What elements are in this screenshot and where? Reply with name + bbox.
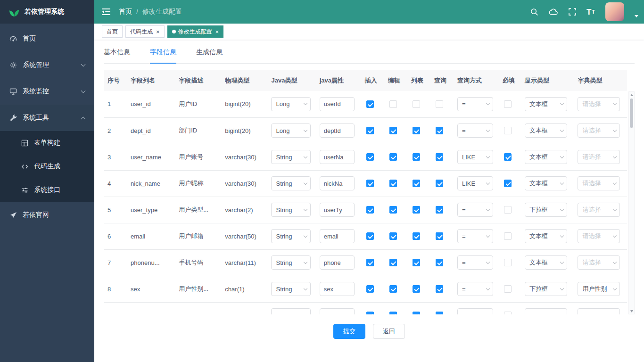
edit-checkbox[interactable] [389, 232, 397, 240]
required-checkbox[interactable] [504, 312, 512, 314]
query-checkbox[interactable] [436, 127, 443, 134]
fullscreen-icon[interactable] [569, 8, 576, 16]
sidebar-item-code-generation[interactable]: 代码生成 [0, 155, 94, 178]
insert-checkbox[interactable] [366, 100, 374, 108]
query-type-select[interactable]: = [457, 255, 493, 270]
dict-type-select[interactable]: 请选择 [578, 203, 620, 217]
tag-home[interactable]: 首页 [102, 25, 123, 38]
query-checkbox[interactable] [436, 206, 443, 214]
java-type-select[interactable]: Long [271, 97, 311, 111]
scroll-down-arrow-icon[interactable] [629, 308, 634, 314]
edit-checkbox[interactable] [389, 206, 397, 214]
query-type-select[interactable]: = [457, 123, 493, 138]
query-type-select[interactable]: = [457, 97, 493, 111]
back-button[interactable]: 返回 [373, 324, 405, 339]
java-field-input[interactable]: userNa [320, 150, 355, 164]
java-field-input[interactable]: userTy [320, 203, 355, 217]
html-type-select[interactable]: 文本框 [525, 176, 567, 190]
insert-checkbox[interactable] [366, 285, 374, 293]
dict-type-select[interactable]: 请选择 [578, 97, 620, 111]
html-type-select[interactable]: 文本框 [525, 123, 567, 138]
scroll-up-arrow-icon[interactable] [629, 92, 634, 98]
html-type-select[interactable]: 文本框 [525, 150, 567, 164]
required-checkbox[interactable] [504, 259, 512, 266]
font-size-icon[interactable]: T T [586, 8, 595, 16]
sidebar-toggle-icon[interactable] [102, 8, 110, 16]
edit-checkbox[interactable] [389, 180, 397, 187]
html-type-select[interactable]: 下拉框 [525, 282, 567, 296]
edit-checkbox[interactable] [389, 153, 397, 161]
tab-generate-info[interactable]: 生成信息 [196, 48, 223, 64]
java-field-input[interactable]: sex [320, 282, 355, 296]
java-field-input[interactable]: email [320, 229, 355, 243]
java-type-select[interactable]: String [271, 282, 311, 296]
list-checkbox[interactable] [413, 153, 420, 161]
insert-checkbox[interactable] [366, 259, 374, 266]
edit-checkbox[interactable] [389, 127, 397, 134]
query-type-select[interactable]: = [457, 229, 493, 243]
list-checkbox[interactable] [413, 285, 420, 293]
java-field-input[interactable] [320, 308, 355, 314]
java-type-select[interactable]: String [271, 229, 311, 243]
list-checkbox[interactable] [413, 100, 420, 108]
insert-checkbox[interactable] [366, 206, 374, 214]
required-checkbox[interactable] [504, 153, 512, 161]
java-type-select[interactable]: String [271, 203, 311, 217]
close-icon[interactable]: × [156, 29, 160, 35]
query-type-select[interactable] [457, 308, 493, 314]
query-type-select[interactable]: LIKE [457, 176, 493, 190]
sidebar-item-system-tools[interactable]: 系统工具 [0, 105, 94, 131]
dict-type-select[interactable]: 用户性别 [578, 282, 620, 296]
user-avatar[interactable] [605, 2, 624, 21]
search-icon[interactable] [530, 8, 538, 16]
sidebar-item-form-builder[interactable]: 表单构建 [0, 131, 94, 155]
dict-type-select[interactable]: 请选择 [578, 176, 620, 190]
java-type-select[interactable]: String [271, 176, 311, 190]
tag-edit-gen-config[interactable]: 修改生成配置 × [167, 25, 224, 38]
insert-checkbox[interactable] [366, 312, 374, 314]
dict-type-select[interactable]: 请选择 [578, 229, 620, 243]
close-icon[interactable]: × [215, 29, 219, 35]
list-checkbox[interactable] [413, 180, 420, 187]
java-type-select[interactable]: String [271, 255, 311, 270]
java-field-input[interactable]: nickNa [320, 176, 355, 190]
insert-checkbox[interactable] [366, 127, 374, 134]
edit-checkbox[interactable] [389, 285, 397, 293]
sidebar-item-system-monitoring[interactable]: 系统监控 [0, 78, 94, 105]
list-checkbox[interactable] [413, 206, 420, 214]
required-checkbox[interactable] [504, 100, 512, 108]
insert-checkbox[interactable] [366, 153, 374, 161]
query-checkbox[interactable] [436, 232, 443, 240]
tab-field-info[interactable]: 字段信息 [150, 48, 176, 64]
breadcrumb-home[interactable]: 首页 [119, 8, 132, 16]
edit-checkbox[interactable] [389, 100, 397, 108]
sidebar-item-system-management[interactable]: 系统管理 [0, 52, 94, 78]
edit-checkbox[interactable] [389, 312, 397, 314]
query-type-select[interactable]: = [457, 282, 493, 296]
sidebar-item-official-site[interactable]: 若依官网 [0, 202, 94, 228]
tag-code-generation[interactable]: 代码生成 × [125, 25, 165, 38]
required-checkbox[interactable] [504, 232, 512, 240]
java-field-input[interactable]: phone [320, 255, 355, 270]
insert-checkbox[interactable] [366, 180, 374, 187]
dict-type-select[interactable]: 请选择 [578, 255, 620, 270]
dict-type-select[interactable]: 请选择 [578, 123, 620, 138]
list-checkbox[interactable] [413, 127, 420, 134]
submit-button[interactable]: 提交 [333, 324, 365, 339]
tab-basic-info[interactable]: 基本信息 [104, 48, 130, 64]
list-checkbox[interactable] [413, 232, 420, 240]
cloud-download-icon[interactable] [549, 8, 558, 16]
required-checkbox[interactable] [504, 285, 512, 293]
query-checkbox[interactable] [436, 285, 443, 293]
required-checkbox[interactable] [504, 180, 512, 187]
java-type-select[interactable] [271, 308, 311, 314]
scrollbar-thumb[interactable] [630, 99, 633, 128]
java-type-select[interactable]: String [271, 150, 311, 164]
query-type-select[interactable]: = [457, 203, 493, 217]
java-type-select[interactable]: Long [271, 123, 311, 138]
java-field-input[interactable]: userId [320, 97, 355, 111]
user-menu-caret-icon[interactable] [635, 15, 638, 17]
edit-checkbox[interactable] [389, 259, 397, 266]
required-checkbox[interactable] [504, 127, 512, 134]
query-checkbox[interactable] [436, 180, 443, 187]
